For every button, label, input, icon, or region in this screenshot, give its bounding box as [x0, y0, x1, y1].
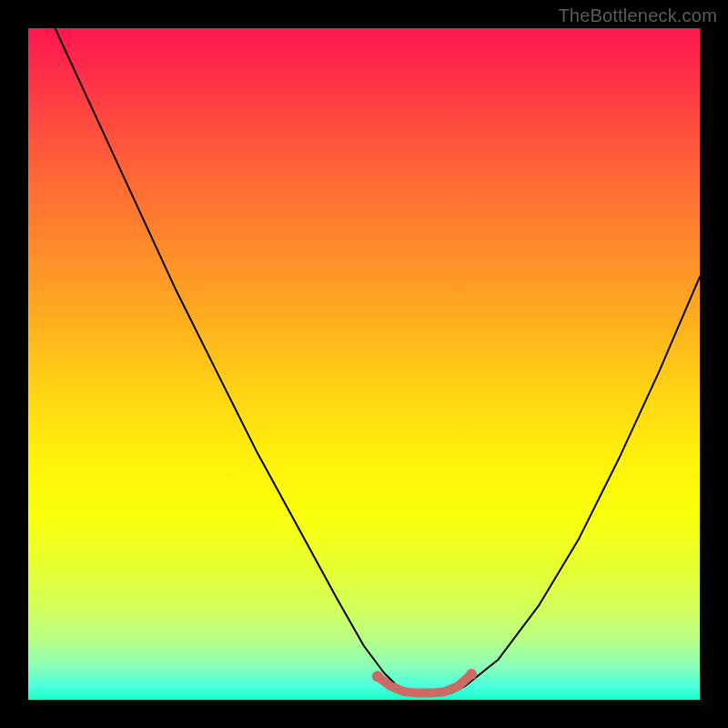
curve-main [56, 28, 701, 693]
curve-highlight [378, 674, 471, 693]
highlight-dot-right [466, 669, 477, 680]
chart-svg [28, 28, 700, 700]
watermark-text: TheBottleneck.com [558, 5, 717, 26]
plot-area [28, 28, 700, 700]
chart-frame: TheBottleneck.com [0, 0, 728, 728]
highlight-dot-left [372, 671, 383, 682]
